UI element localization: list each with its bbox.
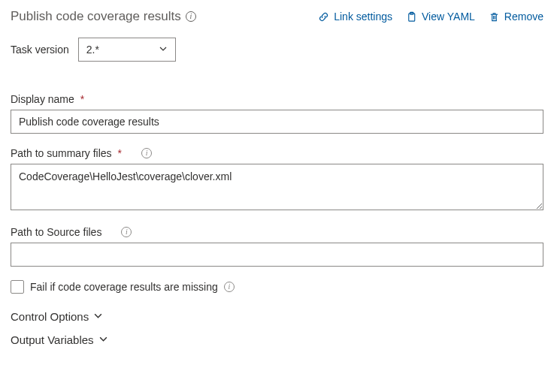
- remove-button[interactable]: Remove: [489, 11, 543, 23]
- info-icon[interactable]: i: [224, 282, 235, 292]
- control-options-label: Control Options: [11, 310, 89, 323]
- chevron-down-icon: [98, 333, 108, 346]
- summary-path-input[interactable]: [11, 164, 543, 210]
- fail-checkbox-row: Fail if code coverage results are missin…: [11, 280, 543, 294]
- link-settings-label: Link settings: [334, 11, 392, 23]
- view-yaml-button[interactable]: View YAML: [406, 11, 475, 23]
- remove-label: Remove: [504, 11, 543, 23]
- chevron-down-icon: [93, 310, 103, 323]
- link-icon: [318, 11, 329, 23]
- output-variables-section[interactable]: Output Variables: [11, 333, 543, 346]
- fail-checkbox-label: Fail if code coverage results are missin…: [30, 281, 218, 293]
- link-settings-button[interactable]: Link settings: [318, 11, 392, 23]
- info-icon[interactable]: i: [141, 148, 152, 158]
- source-path-input[interactable]: [11, 243, 543, 267]
- info-icon[interactable]: i: [121, 227, 132, 237]
- chevron-down-icon: [159, 44, 168, 56]
- header-actions: Link settings View YAML Remove: [318, 11, 543, 23]
- task-version-row: Task version 2.*: [11, 38, 543, 62]
- control-options-section[interactable]: Control Options: [11, 310, 543, 323]
- source-path-label: Path to Source files: [11, 226, 101, 238]
- fail-checkbox[interactable]: [11, 280, 24, 294]
- display-name-input[interactable]: [11, 110, 543, 134]
- clipboard-icon: [406, 11, 417, 23]
- required-marker: *: [80, 93, 84, 105]
- task-version-label: Task version: [11, 44, 69, 56]
- task-version-value: 2.*: [86, 44, 99, 56]
- task-version-select[interactable]: 2.*: [78, 38, 176, 62]
- summary-path-field: Path to summary files * i: [11, 147, 543, 213]
- display-name-label: Display name: [11, 93, 74, 105]
- display-name-field: Display name *: [11, 93, 543, 134]
- view-yaml-label: View YAML: [422, 11, 475, 23]
- trash-icon: [489, 11, 500, 23]
- source-path-field: Path to Source files i: [11, 226, 543, 267]
- info-icon[interactable]: i: [186, 11, 196, 22]
- panel-header: Publish code coverage results i Link set…: [11, 9, 543, 24]
- output-variables-label: Output Variables: [11, 333, 94, 346]
- required-marker: *: [118, 147, 122, 159]
- panel-title: Publish code coverage results: [11, 9, 181, 24]
- summary-path-label: Path to summary files: [11, 147, 112, 159]
